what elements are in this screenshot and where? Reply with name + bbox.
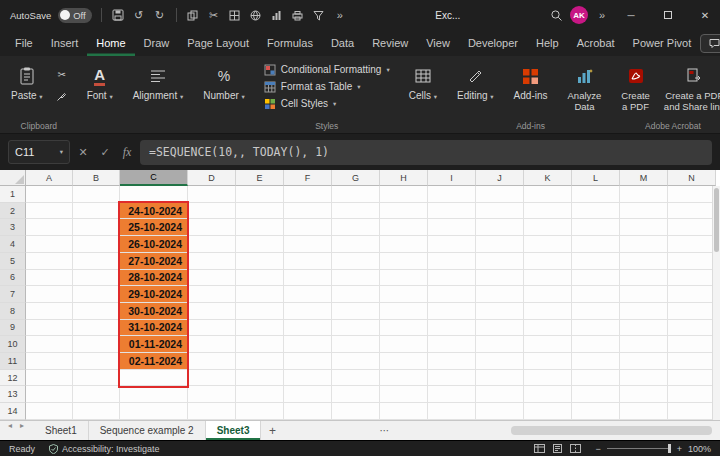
cell-K7[interactable] — [524, 286, 572, 303]
cell-G13[interactable] — [332, 386, 380, 403]
conditional-formatting-button[interactable]: Conditional Formatting▾ — [258, 61, 396, 78]
tab-data[interactable]: Data — [322, 30, 363, 56]
cell-H1[interactable] — [380, 186, 428, 203]
tab-view[interactable]: View — [417, 30, 459, 56]
cell-L2[interactable] — [572, 203, 620, 220]
cell-M14[interactable] — [620, 403, 668, 420]
cell-M4[interactable] — [620, 236, 668, 253]
sheet-nav-left-icon[interactable]: ◂ — [8, 421, 12, 430]
cell-E14[interactable] — [236, 403, 284, 420]
cell-N10[interactable] — [668, 336, 716, 353]
cell-K11[interactable] — [524, 353, 572, 370]
cell-J9[interactable] — [476, 320, 524, 337]
cell-G8[interactable] — [332, 303, 380, 320]
cell-G1[interactable] — [332, 186, 380, 203]
cell-H6[interactable] — [380, 270, 428, 287]
cell-L13[interactable] — [572, 386, 620, 403]
row-header-11[interactable]: 11 — [0, 353, 26, 370]
cell-A4[interactable] — [26, 236, 73, 253]
cell-L11[interactable] — [572, 353, 620, 370]
cell-N7[interactable] — [668, 286, 716, 303]
cell-B2[interactable] — [73, 203, 120, 220]
insert-function-button[interactable]: fx — [118, 141, 136, 163]
cell-E3[interactable] — [236, 219, 284, 236]
cell-D12[interactable] — [188, 370, 236, 387]
editing-button[interactable]: Editing ▾ — [450, 61, 501, 105]
column-header-K[interactable]: K — [524, 170, 572, 186]
chart-icon[interactable] — [270, 8, 284, 22]
tab-formulas[interactable]: Formulas — [258, 30, 322, 56]
tab-home[interactable]: Home — [87, 30, 134, 56]
close-button[interactable]: ✕ — [690, 0, 720, 30]
minimize-button[interactable]: ─ — [616, 0, 646, 30]
cell-I11[interactable] — [428, 353, 476, 370]
cell-H9[interactable] — [380, 320, 428, 337]
cell-L14[interactable] — [572, 403, 620, 420]
horizontal-scrollbar[interactable] — [403, 426, 712, 435]
column-header-F[interactable]: F — [284, 170, 332, 186]
row-header-7[interactable]: 7 — [0, 286, 26, 303]
cell-M5[interactable] — [620, 253, 668, 270]
tab-help[interactable]: Help — [527, 30, 568, 56]
cell-H8[interactable] — [380, 303, 428, 320]
column-header-J[interactable]: J — [476, 170, 524, 186]
cell-G9[interactable] — [332, 320, 380, 337]
cancel-button[interactable]: ✕ — [74, 141, 92, 163]
page-break-view-icon[interactable] — [570, 444, 581, 453]
cell-M1[interactable] — [620, 186, 668, 203]
cell-M8[interactable] — [620, 303, 668, 320]
cell-C12[interactable] — [120, 370, 188, 387]
column-header-M[interactable]: M — [620, 170, 668, 186]
cell-B3[interactable] — [73, 219, 120, 236]
zoom-slider-thumb[interactable] — [668, 444, 671, 453]
name-box[interactable]: C11 ▾ — [8, 140, 70, 164]
cell-F7[interactable] — [284, 286, 332, 303]
cell-B5[interactable] — [73, 253, 120, 270]
cell-E2[interactable] — [236, 203, 284, 220]
column-header-A[interactable]: A — [26, 170, 73, 186]
cell-D2[interactable] — [188, 203, 236, 220]
cell-C4[interactable]: 26-10-2024 — [120, 236, 188, 253]
cell-A7[interactable] — [26, 286, 73, 303]
cell-G12[interactable] — [332, 370, 380, 387]
select-all-button[interactable] — [0, 170, 26, 186]
cell-C1[interactable] — [120, 186, 188, 203]
tab-insert[interactable]: Insert — [42, 30, 88, 56]
cell-G5[interactable] — [332, 253, 380, 270]
cell-D3[interactable] — [188, 219, 236, 236]
cell-I12[interactable] — [428, 370, 476, 387]
cell-L1[interactable] — [572, 186, 620, 203]
cell-L3[interactable] — [572, 219, 620, 236]
cut-icon[interactable]: ✂ — [207, 8, 221, 22]
cell-E5[interactable] — [236, 253, 284, 270]
save-icon[interactable] — [111, 8, 125, 22]
cell-H14[interactable] — [380, 403, 428, 420]
cell-J14[interactable] — [476, 403, 524, 420]
addins-button[interactable]: Add-ins — [507, 61, 555, 105]
cell-K4[interactable] — [524, 236, 572, 253]
cell-N6[interactable] — [668, 270, 716, 287]
ribbon-options-icon[interactable]: » — [595, 8, 609, 22]
cut-button[interactable]: ✂ — [54, 67, 70, 81]
cell-A14[interactable] — [26, 403, 73, 420]
zoom-level[interactable]: 100% — [688, 444, 711, 454]
cell-A6[interactable] — [26, 270, 73, 287]
cell-G3[interactable] — [332, 219, 380, 236]
cell-F13[interactable] — [284, 386, 332, 403]
cell-J4[interactable] — [476, 236, 524, 253]
formula-input[interactable]: =SEQUENCE(10,, TODAY(), 1) — [140, 140, 712, 165]
zoom-slider[interactable] — [607, 448, 671, 449]
cell-J1[interactable] — [476, 186, 524, 203]
cell-N12[interactable] — [668, 370, 716, 387]
cell-D10[interactable] — [188, 336, 236, 353]
cell-B6[interactable] — [73, 270, 120, 287]
cell-M10[interactable] — [620, 336, 668, 353]
column-header-L[interactable]: L — [572, 170, 620, 186]
zoom-out-button[interactable]: − — [595, 444, 600, 454]
cell-K3[interactable] — [524, 219, 572, 236]
cell-F6[interactable] — [284, 270, 332, 287]
cell-C13[interactable] — [120, 386, 188, 403]
cell-A1[interactable] — [26, 186, 73, 203]
cell-F4[interactable] — [284, 236, 332, 253]
column-header-D[interactable]: D — [188, 170, 236, 186]
